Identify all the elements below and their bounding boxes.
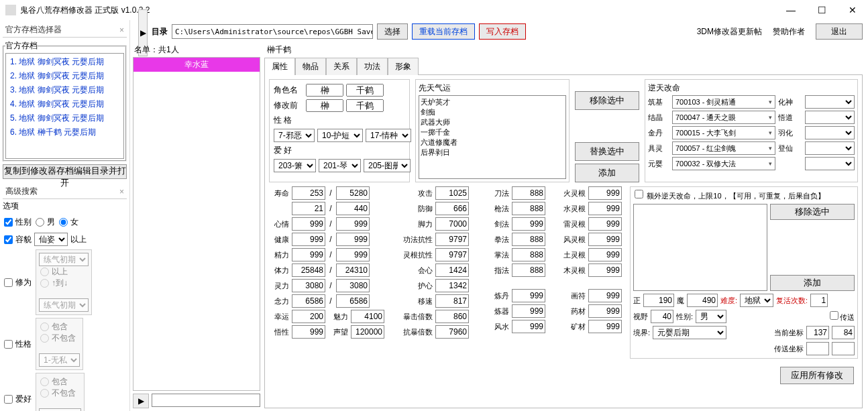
stat-input[interactable] <box>512 263 545 277</box>
stat-input[interactable] <box>512 304 545 318</box>
nandu-select[interactable]: 地狱 <box>740 294 773 307</box>
save-item[interactable]: 6. 地狱 榊千鹤 元婴后期 <box>7 125 122 139</box>
save-item[interactable]: 2. 地狱 御剑冥夜 元婴后期 <box>7 69 122 83</box>
dest-right-select[interactable] <box>805 95 855 109</box>
given-input[interactable] <box>346 84 384 97</box>
extra-remove-button[interactable]: 移除选中 <box>770 204 855 220</box>
stat-input[interactable] <box>435 263 469 277</box>
dest-right-select[interactable] <box>805 126 855 139</box>
stat-input[interactable] <box>588 289 622 302</box>
stat-input[interactable] <box>292 279 325 292</box>
xingge1-select[interactable]: 7-邪恶 <box>274 129 315 142</box>
aihao1-select[interactable]: 203-箫 <box>274 159 316 172</box>
stat-input[interactable] <box>292 217 325 231</box>
gender-checkbox[interactable] <box>4 218 13 227</box>
reload-button[interactable]: 重载当前存档 <box>412 23 475 40</box>
dest-select[interactable]: 700103 - 剑灵精通 <box>672 95 775 109</box>
luck-item[interactable]: 后界剥日 <box>421 148 564 158</box>
stat-input[interactable] <box>336 233 370 246</box>
stat-input[interactable] <box>435 202 469 215</box>
dest-select[interactable]: 700057 - 红尘剑魄 <box>672 141 775 155</box>
stat-input[interactable] <box>351 310 384 323</box>
looks-checkbox[interactable] <box>4 235 13 244</box>
luck-list[interactable]: 天炉英才剑痴武器大师一掷千金六道修魔者后界剥日 <box>419 95 566 179</box>
stat-input[interactable] <box>336 279 370 292</box>
shiye-input[interactable] <box>651 310 673 323</box>
stat-input[interactable] <box>435 310 469 323</box>
aihao-checkbox[interactable] <box>4 395 13 404</box>
save-item[interactable]: 4. 地狱 御剑冥夜 元婴后期 <box>7 97 122 111</box>
copy-to-editor-button[interactable]: 复制到修改器存档编辑目录并打开 <box>3 164 127 179</box>
luck-add-button[interactable]: 添加 <box>575 164 639 182</box>
luck-item[interactable]: 天炉英才 <box>421 97 564 107</box>
stat-input[interactable] <box>512 186 545 200</box>
tele-y-input[interactable] <box>832 342 855 355</box>
close-icon[interactable]: × <box>119 25 124 35</box>
xiuwei-checkbox[interactable] <box>4 278 13 287</box>
close-button[interactable]: ✕ <box>837 0 868 20</box>
aihao3-select[interactable]: 205-图册 <box>364 159 411 172</box>
xingbie-select[interactable]: 男 <box>696 310 726 323</box>
tab-功法[interactable]: 功法 <box>357 58 388 75</box>
stat-input[interactable] <box>336 186 370 200</box>
stat-input[interactable] <box>588 202 622 215</box>
stat-input[interactable] <box>588 248 622 261</box>
stat-input[interactable] <box>512 202 545 215</box>
dest-right-select[interactable] <box>805 111 855 124</box>
looks-select[interactable]: 仙姿 <box>34 233 68 246</box>
luck-item[interactable]: 武器大师 <box>421 117 564 127</box>
xingge2-select[interactable]: 10-护短 <box>317 129 363 142</box>
stat-input[interactable] <box>435 186 469 200</box>
luck-item[interactable]: 一掷千金 <box>421 127 564 137</box>
aihao2-select[interactable]: 201-琴 <box>319 159 361 172</box>
stat-input[interactable] <box>292 263 325 277</box>
stat-input[interactable] <box>512 233 545 246</box>
tele-x-input[interactable] <box>806 342 829 355</box>
stat-input[interactable] <box>588 304 622 318</box>
stat-input[interactable] <box>292 186 325 200</box>
luck-remove-button[interactable]: 移除选中 <box>575 91 639 110</box>
dest-right-select[interactable] <box>805 141 855 155</box>
name-search-input[interactable] <box>152 394 260 407</box>
stat-input[interactable] <box>336 217 370 231</box>
name-list[interactable]: 幸水蓝 <box>133 57 260 391</box>
luck-replace-button[interactable]: 替换选中 <box>575 142 639 161</box>
stat-input[interactable] <box>336 248 370 261</box>
stat-input[interactable] <box>588 320 622 333</box>
luck-item[interactable]: 剑痴 <box>421 107 564 117</box>
sponsor-link[interactable]: 赞助作者 <box>773 26 805 38</box>
tab-属性[interactable]: 属性 <box>264 58 295 75</box>
xingge3-select[interactable]: 17-情种 <box>366 129 411 142</box>
dest-right-select[interactable] <box>805 157 855 170</box>
stat-input[interactable] <box>512 248 545 261</box>
save-list[interactable]: 1. 地狱 御剑冥夜 元婴后期2. 地狱 御剑冥夜 元婴后期3. 地狱 御剑冥夜… <box>5 53 124 159</box>
write-button[interactable]: 写入存档 <box>479 23 526 40</box>
luck-item[interactable]: 六道修魔者 <box>421 137 564 148</box>
tab-形象[interactable]: 形象 <box>388 58 419 75</box>
stat-input[interactable] <box>512 289 545 302</box>
stat-input[interactable] <box>435 217 469 231</box>
stat-input[interactable] <box>292 248 325 261</box>
stat-input[interactable] <box>292 310 325 323</box>
close-icon[interactable]: × <box>119 187 124 196</box>
mo-input[interactable] <box>687 294 718 307</box>
stat-input[interactable] <box>588 233 622 246</box>
dest-select[interactable]: 700047 - 通天之眼 <box>672 111 775 124</box>
stat-input[interactable] <box>292 294 325 308</box>
stat-input[interactable] <box>435 248 469 261</box>
gender-male-radio[interactable] <box>36 218 44 227</box>
stat-input[interactable] <box>292 233 325 246</box>
dest-select[interactable]: 700032 - 双修大法 <box>672 157 775 170</box>
stat-input[interactable] <box>435 325 469 339</box>
save-item[interactable]: 1. 地狱 御剑冥夜 元婴后期 <box>7 55 122 69</box>
name-item[interactable]: 幸水蓝 <box>133 58 260 72</box>
fuhuo-input[interactable] <box>810 294 828 307</box>
stat-input[interactable] <box>292 202 325 215</box>
extra-dest-checkbox[interactable] <box>635 190 643 198</box>
coord-x-input[interactable] <box>806 326 829 339</box>
tab-物品[interactable]: 物品 <box>295 58 326 75</box>
xingge-checkbox[interactable] <box>4 340 13 349</box>
minimize-button[interactable]: — <box>775 0 806 20</box>
stat-input[interactable] <box>588 186 622 200</box>
choose-button[interactable]: 选择 <box>377 23 408 40</box>
